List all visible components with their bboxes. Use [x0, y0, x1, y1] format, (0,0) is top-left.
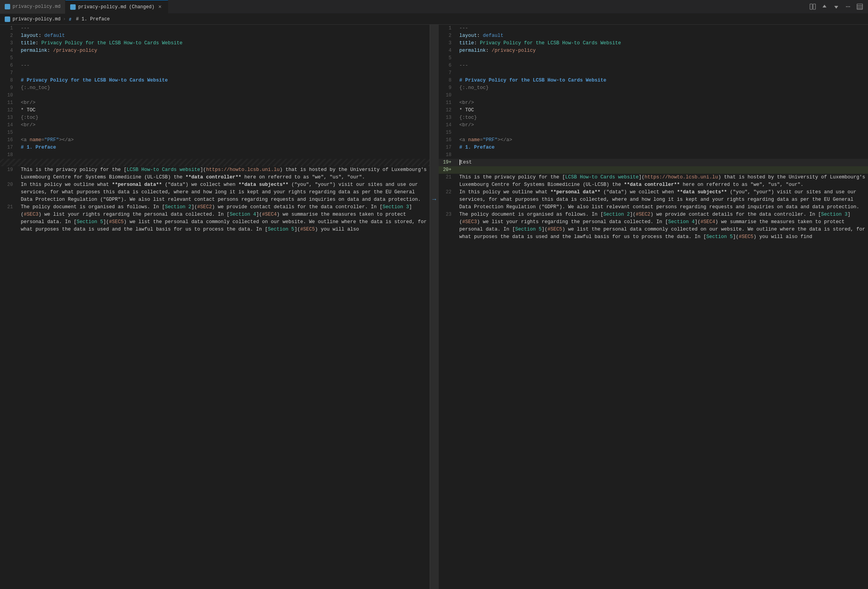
breadcrumb: privacy-policy.md › # # 1. Preface	[0, 14, 868, 25]
table-row: 7	[439, 69, 868, 77]
table-row: 8 # Privacy Policy for the LCSB How-to C…	[0, 77, 430, 84]
table-row: 1 ---	[0, 25, 430, 32]
table-row: 15	[439, 129, 868, 136]
table-row: 9 {:.no_toc}	[0, 84, 430, 92]
table-row: 4 permalink: /privacy-policy	[0, 47, 430, 55]
table-row: 5	[439, 55, 868, 62]
editor-layout-button[interactable]	[855, 2, 865, 12]
breadcrumb-section[interactable]: # 1. Preface	[76, 16, 110, 22]
breadcrumb-separator: ›	[63, 16, 65, 22]
table-row: 17 # 1. Preface	[439, 144, 868, 151]
table-row: 12 * TOC	[439, 107, 868, 114]
right-code-area: 1 --- 2 layout: default 3 title: Privacy…	[439, 25, 868, 589]
diff-arrow-indicator: →	[432, 196, 436, 203]
table-row: 8 # Privacy Policy for the LCSB How-to C…	[439, 77, 868, 84]
table-row: 16 <a name="PRF"></a>	[439, 136, 868, 144]
table-row: 7	[0, 69, 430, 77]
split-editor-button[interactable]	[808, 2, 818, 12]
table-row: 14 <br/>	[439, 122, 868, 129]
breadcrumb-file[interactable]: privacy-policy.md	[13, 16, 60, 22]
table-row: 9 {:.no_toc}	[439, 84, 868, 92]
table-row	[0, 159, 430, 166]
table-row: 13 {:toc}	[0, 114, 430, 122]
table-row: 16 <a name="PRF"></a>	[0, 136, 430, 144]
table-row: 17 # 1. Preface	[0, 144, 430, 151]
svg-rect-0	[810, 4, 812, 9]
more-actions-button[interactable]	[843, 2, 853, 12]
table-row: 23 The policy document is organised as f…	[439, 211, 868, 241]
table-row: 12 * TOC	[0, 107, 430, 114]
tab-close-button[interactable]: ×	[157, 4, 163, 10]
svg-text:#: #	[69, 17, 71, 22]
editor-container: 1 --- 2 layout: default 3 title: Privacy…	[0, 25, 868, 589]
table-row: 5	[0, 55, 430, 62]
breadcrumb-file-icon	[5, 16, 10, 22]
table-row: 11 <br/>	[0, 99, 430, 107]
svg-point-4	[849, 6, 850, 7]
table-row: 21 This is the privacy policy for the [L…	[439, 174, 868, 189]
table-row: 6 ---	[0, 62, 430, 69]
table-row: 20+	[439, 166, 868, 174]
table-row: 4 permalink: /privacy-policy	[439, 47, 868, 55]
table-row: 18	[439, 151, 868, 159]
tab-original[interactable]: privacy-policy.md	[0, 0, 65, 14]
tab-changed[interactable]: privacy-policy.md (Changed) ×	[65, 0, 168, 14]
table-row: 6 ---	[439, 62, 868, 69]
tab-bar: privacy-policy.md privacy-policy.md (Cha…	[0, 0, 868, 14]
table-row: 3 title: Privacy Policy for the LCSB How…	[439, 40, 868, 47]
navigate-up-button[interactable]	[819, 2, 830, 12]
table-row: 13 {:toc}	[439, 114, 868, 122]
table-row: 2 layout: default	[0, 32, 430, 40]
table-row: 10	[439, 92, 868, 99]
table-row: 19+ test	[439, 159, 868, 166]
table-row: 15	[0, 129, 430, 136]
svg-point-3	[848, 6, 848, 7]
pane-divider[interactable]: →	[430, 25, 439, 589]
svg-rect-1	[813, 4, 815, 9]
svg-point-2	[846, 6, 847, 7]
md-file-changed-icon	[70, 4, 76, 10]
right-editor-pane[interactable]: 1 --- 2 layout: default 3 title: Privacy…	[439, 25, 868, 589]
table-row: 22 In this policy we outline what **pers…	[439, 189, 868, 211]
tab-original-label: privacy-policy.md	[13, 4, 60, 9]
table-row: 18	[0, 151, 430, 159]
tab-actions	[808, 2, 868, 12]
table-row: 11 <br/>	[439, 99, 868, 107]
tab-changed-label: privacy-policy.md (Changed)	[78, 4, 154, 10]
md-file-icon	[5, 4, 10, 9]
table-row: 3 title: Privacy Policy for the LCSB How…	[0, 40, 430, 47]
table-row: 1 ---	[439, 25, 868, 32]
table-row: 2 layout: default	[439, 32, 868, 40]
navigate-down-button[interactable]	[831, 2, 841, 12]
table-row: 20 In this policy we outline what **pers…	[0, 181, 430, 204]
table-row: 14 <br/>	[0, 122, 430, 129]
left-editor-pane[interactable]: 1 --- 2 layout: default 3 title: Privacy…	[0, 25, 430, 589]
table-row: 21 The policy document is organised as f…	[0, 204, 430, 233]
table-row: 10	[0, 92, 430, 99]
table-row: 19 This is the privacy policy for the [L…	[0, 166, 430, 181]
left-code-area: 1 --- 2 layout: default 3 title: Privacy…	[0, 25, 430, 589]
